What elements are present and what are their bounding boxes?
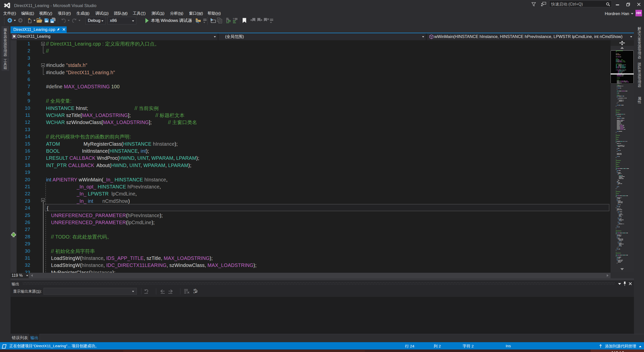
svg-text:c: c — [193, 291, 195, 294]
svg-text:?: ? — [233, 18, 234, 21]
